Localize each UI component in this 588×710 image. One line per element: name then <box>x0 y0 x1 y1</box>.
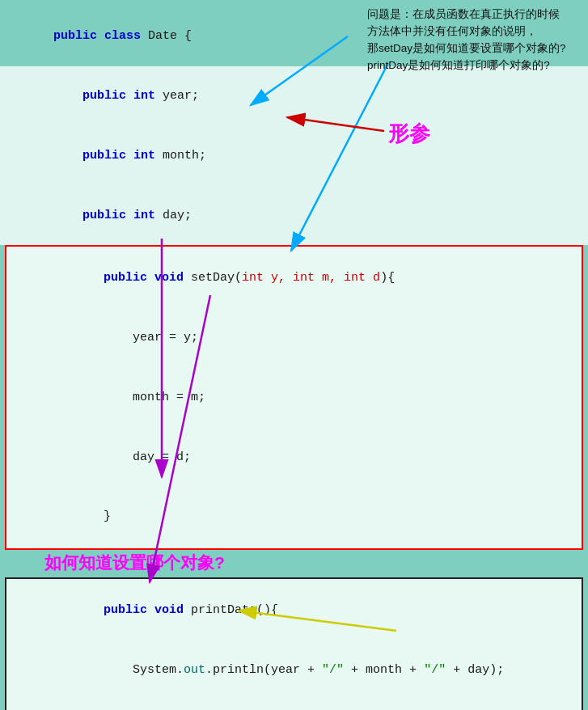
code-line-setday-year: year = y; <box>6 308 582 368</box>
printdate-section: public void printDate(){ System.out.prin… <box>5 577 583 710</box>
code-line-printdate-close: } <box>6 699 582 710</box>
ruhe-set-label: 如何知道设置哪个对象? <box>44 552 225 574</box>
code-line-day: public int day; <box>0 185 588 245</box>
code-line-setday-day: day = d; <box>6 427 582 487</box>
code-line-year: public int year; <box>0 66 588 126</box>
setday-section: public void setDay(int y, int m, int d){… <box>5 245 583 550</box>
xingcan-annotation: 形参 <box>388 120 430 148</box>
code-line-printdate-body: System.out.println(year + "/" + month + … <box>6 640 582 700</box>
code-line-month: public int month; <box>0 126 588 186</box>
ruhe-set-container: 如何知道设置哪个对象? <box>0 550 588 576</box>
top-annotation: 问题是：在成员函数在真正执行的时候 方法体中并没有任何对象的说明， 那setDa… <box>367 6 582 74</box>
top-question-text: 问题是：在成员函数在真正执行的时候 方法体中并没有任何对象的说明， 那setDa… <box>367 8 566 71</box>
code-line-printdate-header: public void printDate(){ <box>6 581 582 640</box>
code-area: public class Date { public int year; pub… <box>0 0 588 710</box>
xingcan-label: 形参 <box>388 121 430 146</box>
code-line-setday-header: public void setDay(int y, int m, int d){ <box>6 248 582 308</box>
code-line-setday-month: month = m; <box>6 368 582 428</box>
code-line-setday-close: } <box>6 487 582 547</box>
